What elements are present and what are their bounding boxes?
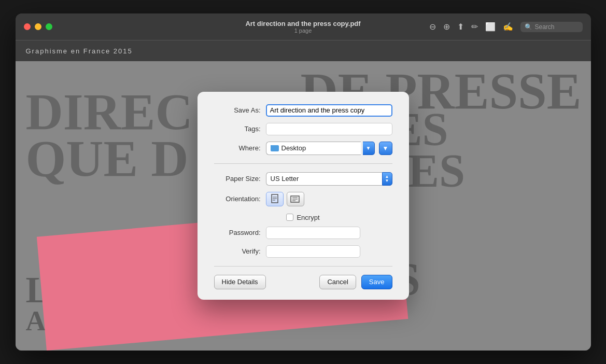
- landscape-icon: [290, 195, 301, 203]
- titlebar-info: Art direction and the press copy.pdf 1 p…: [245, 20, 360, 34]
- where-dropdown-btn[interactable]: ▼: [363, 142, 375, 155]
- portrait-orientation-btn[interactable]: [266, 192, 284, 206]
- search-bar[interactable]: 🔍 Search: [520, 22, 583, 32]
- tags-input[interactable]: [266, 123, 392, 135]
- verify-input[interactable]: [266, 245, 360, 258]
- search-icon: 🔍: [525, 23, 532, 31]
- password-input[interactable]: [266, 227, 360, 239]
- verify-label: Verify:: [214, 247, 261, 255]
- traffic-lights: [24, 23, 52, 30]
- zoom-out-icon[interactable]: ⊖: [429, 22, 436, 32]
- zoom-in-icon[interactable]: ⊕: [443, 22, 450, 32]
- encrypt-row: Encrypt: [214, 214, 392, 221]
- password-label: Password:: [214, 229, 261, 236]
- maximize-button[interactable]: [46, 23, 52, 30]
- hide-details-button[interactable]: Hide Details: [214, 275, 266, 289]
- minimize-button[interactable]: [35, 23, 41, 30]
- where-label: Where:: [214, 144, 261, 152]
- crop-icon[interactable]: ⬜: [485, 22, 496, 32]
- app-window: Art direction and the press copy.pdf 1 p…: [16, 13, 591, 351]
- toolbar-tools: ⊖ ⊕ ⬆ ✏ ⬜ ✍ 🔍 Search: [429, 22, 583, 32]
- document-title: Art direction and the press copy.pdf: [245, 20, 360, 27]
- save-as-row: Save As:: [214, 104, 392, 117]
- paper-size-row: Paper Size: US Letter ▲ ▼: [214, 172, 392, 186]
- save-button[interactable]: Save: [361, 275, 392, 289]
- titlebar: Art direction and the press copy.pdf 1 p…: [16, 13, 591, 40]
- pen-icon[interactable]: ✏: [471, 22, 478, 32]
- markup-icon[interactable]: ✍: [503, 22, 513, 32]
- search-placeholder: Search: [535, 23, 555, 31]
- close-button[interactable]: [24, 23, 31, 30]
- where-select-wrapper: Desktop ▼ ▼: [266, 142, 392, 155]
- save-as-input[interactable]: [266, 104, 392, 117]
- expand-button[interactable]: ▼: [379, 142, 392, 155]
- orientation-label: Orientation:: [214, 195, 261, 203]
- cancel-button[interactable]: Cancel: [319, 275, 356, 289]
- where-text: Desktop: [281, 144, 306, 152]
- page-count: 1 page: [245, 27, 360, 34]
- where-value[interactable]: Desktop: [266, 142, 361, 155]
- landscape-orientation-btn[interactable]: [287, 192, 304, 206]
- where-row: Where: Desktop ▼ ▼: [214, 142, 392, 155]
- divider-1: [214, 163, 392, 164]
- save-as-label: Save As:: [214, 106, 261, 114]
- tags-label: Tags:: [214, 125, 261, 133]
- button-row: Hide Details Cancel Save: [214, 275, 392, 289]
- content-area: Graphisme en France 2015 DE PRESSE AZINE…: [16, 40, 591, 351]
- folder-icon: [271, 145, 279, 151]
- divider-2: [214, 266, 392, 267]
- encrypt-checkbox[interactable]: [286, 214, 293, 221]
- orientation-buttons: [266, 192, 304, 206]
- paper-size-wrapper: US Letter ▲ ▼: [266, 172, 392, 186]
- verify-row: Verify:: [214, 245, 392, 258]
- tags-row: Tags:: [214, 123, 392, 135]
- paper-size-value[interactable]: US Letter: [266, 172, 382, 186]
- orientation-row: Orientation:: [214, 192, 392, 206]
- portrait-icon: [271, 194, 279, 204]
- share-icon[interactable]: ⬆: [457, 22, 464, 32]
- dialog-overlay: Save As: Tags: Where: Desktop: [16, 40, 591, 351]
- paper-size-label: Paper Size:: [214, 175, 261, 183]
- action-buttons: Cancel Save: [319, 275, 392, 289]
- paper-size-dropdown-btn[interactable]: ▲ ▼: [382, 172, 392, 186]
- encrypt-label: Encrypt: [297, 214, 319, 221]
- password-row: Password:: [214, 227, 392, 239]
- save-dialog: Save As: Tags: Where: Desktop: [198, 92, 409, 300]
